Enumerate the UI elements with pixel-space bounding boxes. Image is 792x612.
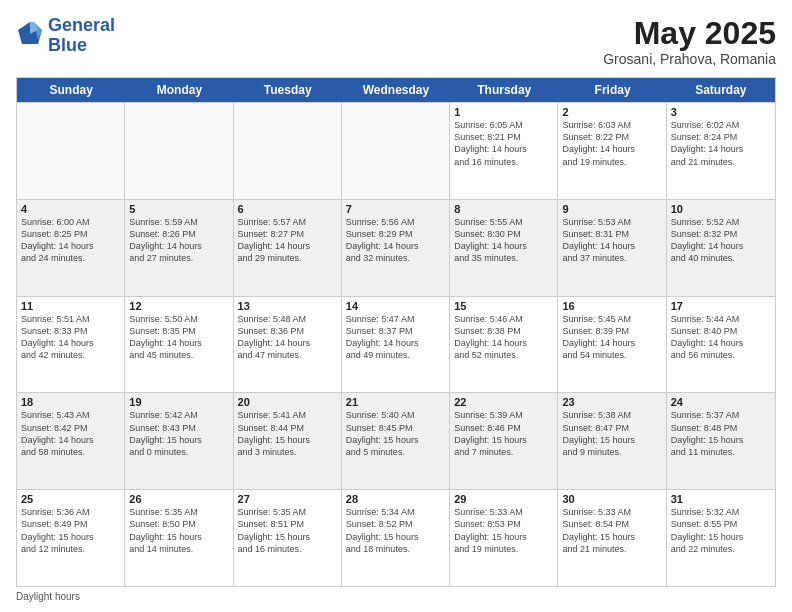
- day-info: Sunrise: 5:33 AM Sunset: 8:54 PM Dayligh…: [562, 506, 661, 555]
- calendar-row-5: 25Sunrise: 5:36 AM Sunset: 8:49 PM Dayli…: [17, 489, 775, 586]
- day-info: Sunrise: 6:03 AM Sunset: 8:22 PM Dayligh…: [562, 119, 661, 168]
- day-info: Sunrise: 5:35 AM Sunset: 8:50 PM Dayligh…: [129, 506, 228, 555]
- calendar-header: SundayMondayTuesdayWednesdayThursdayFrid…: [17, 78, 775, 102]
- calendar-cell: 23Sunrise: 5:38 AM Sunset: 8:47 PM Dayli…: [558, 393, 666, 489]
- calendar-cell: 19Sunrise: 5:42 AM Sunset: 8:43 PM Dayli…: [125, 393, 233, 489]
- logo-line1: General: [48, 16, 115, 36]
- header-day-wednesday: Wednesday: [342, 78, 450, 102]
- calendar-cell: [234, 103, 342, 199]
- day-number: 10: [671, 203, 771, 215]
- day-info: Sunrise: 6:05 AM Sunset: 8:21 PM Dayligh…: [454, 119, 553, 168]
- day-info: Sunrise: 5:43 AM Sunset: 8:42 PM Dayligh…: [21, 409, 120, 458]
- calendar-row-2: 4Sunrise: 6:00 AM Sunset: 8:25 PM Daylig…: [17, 199, 775, 296]
- calendar-cell: 15Sunrise: 5:46 AM Sunset: 8:38 PM Dayli…: [450, 297, 558, 393]
- calendar-row-1: 1Sunrise: 6:05 AM Sunset: 8:21 PM Daylig…: [17, 102, 775, 199]
- day-info: Sunrise: 5:45 AM Sunset: 8:39 PM Dayligh…: [562, 313, 661, 362]
- day-info: Sunrise: 5:52 AM Sunset: 8:32 PM Dayligh…: [671, 216, 771, 265]
- day-number: 1: [454, 106, 553, 118]
- day-info: Sunrise: 5:47 AM Sunset: 8:37 PM Dayligh…: [346, 313, 445, 362]
- day-info: Sunrise: 5:39 AM Sunset: 8:46 PM Dayligh…: [454, 409, 553, 458]
- day-number: 4: [21, 203, 120, 215]
- day-number: 23: [562, 396, 661, 408]
- calendar-cell: 2Sunrise: 6:03 AM Sunset: 8:22 PM Daylig…: [558, 103, 666, 199]
- calendar-cell: 4Sunrise: 6:00 AM Sunset: 8:25 PM Daylig…: [17, 200, 125, 296]
- calendar-row-4: 18Sunrise: 5:43 AM Sunset: 8:42 PM Dayli…: [17, 392, 775, 489]
- day-info: Sunrise: 5:37 AM Sunset: 8:48 PM Dayligh…: [671, 409, 771, 458]
- calendar-cell: 5Sunrise: 5:59 AM Sunset: 8:26 PM Daylig…: [125, 200, 233, 296]
- day-number: 28: [346, 493, 445, 505]
- day-info: Sunrise: 5:34 AM Sunset: 8:52 PM Dayligh…: [346, 506, 445, 555]
- calendar-cell: 31Sunrise: 5:32 AM Sunset: 8:55 PM Dayli…: [667, 490, 775, 586]
- day-info: Sunrise: 5:40 AM Sunset: 8:45 PM Dayligh…: [346, 409, 445, 458]
- day-number: 24: [671, 396, 771, 408]
- header-day-thursday: Thursday: [450, 78, 558, 102]
- day-number: 26: [129, 493, 228, 505]
- day-number: 19: [129, 396, 228, 408]
- header: General Blue May 2025 Grosani, Prahova, …: [16, 16, 776, 67]
- day-number: 14: [346, 300, 445, 312]
- location-subtitle: Grosani, Prahova, Romania: [603, 51, 776, 67]
- day-number: 21: [346, 396, 445, 408]
- month-title: May 2025: [603, 16, 776, 51]
- day-number: 6: [238, 203, 337, 215]
- day-number: 30: [562, 493, 661, 505]
- calendar-cell: 10Sunrise: 5:52 AM Sunset: 8:32 PM Dayli…: [667, 200, 775, 296]
- day-info: Sunrise: 5:33 AM Sunset: 8:53 PM Dayligh…: [454, 506, 553, 555]
- day-info: Sunrise: 5:36 AM Sunset: 8:49 PM Dayligh…: [21, 506, 120, 555]
- day-info: Sunrise: 5:44 AM Sunset: 8:40 PM Dayligh…: [671, 313, 771, 362]
- day-number: 9: [562, 203, 661, 215]
- header-day-monday: Monday: [125, 78, 233, 102]
- calendar-cell: 28Sunrise: 5:34 AM Sunset: 8:52 PM Dayli…: [342, 490, 450, 586]
- header-day-saturday: Saturday: [667, 78, 775, 102]
- day-number: 2: [562, 106, 661, 118]
- day-number: 27: [238, 493, 337, 505]
- title-area: May 2025 Grosani, Prahova, Romania: [603, 16, 776, 67]
- logo-text: General Blue: [48, 16, 115, 56]
- logo: General Blue: [16, 16, 115, 56]
- day-number: 13: [238, 300, 337, 312]
- day-info: Sunrise: 5:46 AM Sunset: 8:38 PM Dayligh…: [454, 313, 553, 362]
- day-info: Sunrise: 5:51 AM Sunset: 8:33 PM Dayligh…: [21, 313, 120, 362]
- day-number: 25: [21, 493, 120, 505]
- logo-icon: [16, 20, 44, 48]
- calendar-cell: 21Sunrise: 5:40 AM Sunset: 8:45 PM Dayli…: [342, 393, 450, 489]
- header-day-friday: Friday: [558, 78, 666, 102]
- day-number: 7: [346, 203, 445, 215]
- calendar-cell: 30Sunrise: 5:33 AM Sunset: 8:54 PM Dayli…: [558, 490, 666, 586]
- calendar-cell: 17Sunrise: 5:44 AM Sunset: 8:40 PM Dayli…: [667, 297, 775, 393]
- day-info: Sunrise: 6:00 AM Sunset: 8:25 PM Dayligh…: [21, 216, 120, 265]
- day-info: Sunrise: 5:38 AM Sunset: 8:47 PM Dayligh…: [562, 409, 661, 458]
- calendar-cell: 11Sunrise: 5:51 AM Sunset: 8:33 PM Dayli…: [17, 297, 125, 393]
- day-number: 15: [454, 300, 553, 312]
- calendar-cell: 22Sunrise: 5:39 AM Sunset: 8:46 PM Dayli…: [450, 393, 558, 489]
- day-number: 17: [671, 300, 771, 312]
- calendar-cell: [342, 103, 450, 199]
- calendar-cell: 16Sunrise: 5:45 AM Sunset: 8:39 PM Dayli…: [558, 297, 666, 393]
- calendar-cell: 1Sunrise: 6:05 AM Sunset: 8:21 PM Daylig…: [450, 103, 558, 199]
- day-number: 20: [238, 396, 337, 408]
- header-day-tuesday: Tuesday: [234, 78, 342, 102]
- day-number: 18: [21, 396, 120, 408]
- day-info: Sunrise: 5:57 AM Sunset: 8:27 PM Dayligh…: [238, 216, 337, 265]
- calendar-cell: 6Sunrise: 5:57 AM Sunset: 8:27 PM Daylig…: [234, 200, 342, 296]
- calendar-cell: 20Sunrise: 5:41 AM Sunset: 8:44 PM Dayli…: [234, 393, 342, 489]
- day-info: Sunrise: 5:48 AM Sunset: 8:36 PM Dayligh…: [238, 313, 337, 362]
- calendar-cell: 27Sunrise: 5:35 AM Sunset: 8:51 PM Dayli…: [234, 490, 342, 586]
- calendar-cell: 9Sunrise: 5:53 AM Sunset: 8:31 PM Daylig…: [558, 200, 666, 296]
- calendar-cell: 7Sunrise: 5:56 AM Sunset: 8:29 PM Daylig…: [342, 200, 450, 296]
- calendar-cell: 24Sunrise: 5:37 AM Sunset: 8:48 PM Dayli…: [667, 393, 775, 489]
- calendar-cell: 18Sunrise: 5:43 AM Sunset: 8:42 PM Dayli…: [17, 393, 125, 489]
- calendar-cell: 29Sunrise: 5:33 AM Sunset: 8:53 PM Dayli…: [450, 490, 558, 586]
- footer-note: Daylight hours: [16, 591, 776, 602]
- calendar-row-3: 11Sunrise: 5:51 AM Sunset: 8:33 PM Dayli…: [17, 296, 775, 393]
- day-info: Sunrise: 5:53 AM Sunset: 8:31 PM Dayligh…: [562, 216, 661, 265]
- day-info: Sunrise: 5:59 AM Sunset: 8:26 PM Dayligh…: [129, 216, 228, 265]
- day-number: 12: [129, 300, 228, 312]
- day-info: Sunrise: 5:42 AM Sunset: 8:43 PM Dayligh…: [129, 409, 228, 458]
- day-number: 16: [562, 300, 661, 312]
- calendar-cell: 13Sunrise: 5:48 AM Sunset: 8:36 PM Dayli…: [234, 297, 342, 393]
- day-info: Sunrise: 5:56 AM Sunset: 8:29 PM Dayligh…: [346, 216, 445, 265]
- calendar-cell: 26Sunrise: 5:35 AM Sunset: 8:50 PM Dayli…: [125, 490, 233, 586]
- calendar-cell: 12Sunrise: 5:50 AM Sunset: 8:35 PM Dayli…: [125, 297, 233, 393]
- calendar: SundayMondayTuesdayWednesdayThursdayFrid…: [16, 77, 776, 587]
